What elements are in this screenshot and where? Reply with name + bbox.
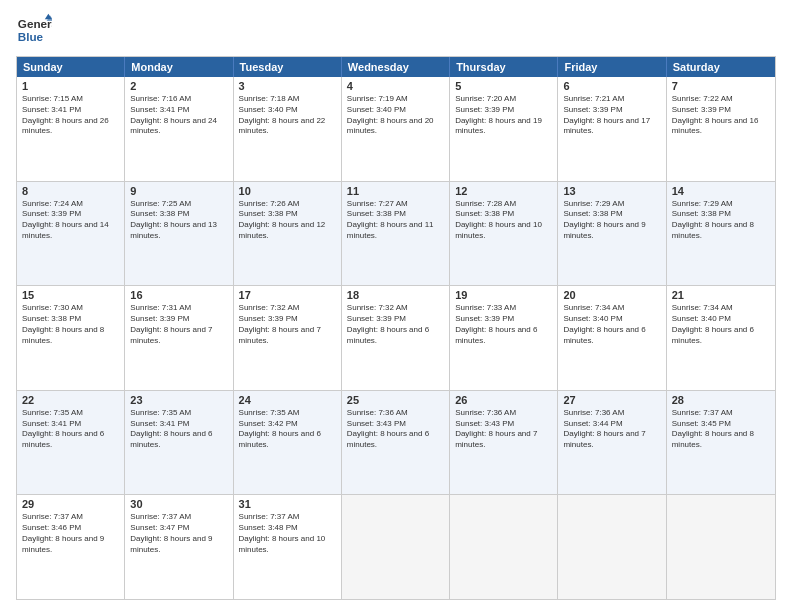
cell-info: Sunrise: 7:32 AM Sunset: 3:39 PM Dayligh… <box>239 303 336 346</box>
cell-info: Sunrise: 7:21 AM Sunset: 3:39 PM Dayligh… <box>563 94 660 137</box>
calendar-header-cell: Sunday <box>17 57 125 77</box>
calendar: SundayMondayTuesdayWednesdayThursdayFrid… <box>16 56 776 600</box>
calendar-header: SundayMondayTuesdayWednesdayThursdayFrid… <box>17 57 775 77</box>
calendar-cell: 11Sunrise: 7:27 AM Sunset: 3:38 PM Dayli… <box>342 182 450 286</box>
day-number: 7 <box>672 80 770 92</box>
calendar-cell: 4Sunrise: 7:19 AM Sunset: 3:40 PM Daylig… <box>342 77 450 181</box>
cell-info: Sunrise: 7:19 AM Sunset: 3:40 PM Dayligh… <box>347 94 444 137</box>
day-number: 28 <box>672 394 770 406</box>
cell-info: Sunrise: 7:37 AM Sunset: 3:45 PM Dayligh… <box>672 408 770 451</box>
calendar-cell: 12Sunrise: 7:28 AM Sunset: 3:38 PM Dayli… <box>450 182 558 286</box>
calendar-cell-empty <box>342 495 450 599</box>
cell-info: Sunrise: 7:34 AM Sunset: 3:40 PM Dayligh… <box>563 303 660 346</box>
day-number: 16 <box>130 289 227 301</box>
calendar-cell: 20Sunrise: 7:34 AM Sunset: 3:40 PM Dayli… <box>558 286 666 390</box>
cell-info: Sunrise: 7:36 AM Sunset: 3:43 PM Dayligh… <box>347 408 444 451</box>
calendar-cell-empty <box>667 495 775 599</box>
calendar-header-cell: Monday <box>125 57 233 77</box>
day-number: 13 <box>563 185 660 197</box>
day-number: 18 <box>347 289 444 301</box>
calendar-header-cell: Wednesday <box>342 57 450 77</box>
cell-info: Sunrise: 7:16 AM Sunset: 3:41 PM Dayligh… <box>130 94 227 137</box>
calendar-cell: 19Sunrise: 7:33 AM Sunset: 3:39 PM Dayli… <box>450 286 558 390</box>
calendar-cell: 15Sunrise: 7:30 AM Sunset: 3:38 PM Dayli… <box>17 286 125 390</box>
logo-icon: General Blue <box>16 12 52 48</box>
calendar-cell: 16Sunrise: 7:31 AM Sunset: 3:39 PM Dayli… <box>125 286 233 390</box>
cell-info: Sunrise: 7:25 AM Sunset: 3:38 PM Dayligh… <box>130 199 227 242</box>
day-number: 20 <box>563 289 660 301</box>
calendar-row: 15Sunrise: 7:30 AM Sunset: 3:38 PM Dayli… <box>17 285 775 390</box>
calendar-cell: 2Sunrise: 7:16 AM Sunset: 3:41 PM Daylig… <box>125 77 233 181</box>
day-number: 12 <box>455 185 552 197</box>
calendar-body: 1Sunrise: 7:15 AM Sunset: 3:41 PM Daylig… <box>17 77 775 599</box>
calendar-row: 1Sunrise: 7:15 AM Sunset: 3:41 PM Daylig… <box>17 77 775 181</box>
calendar-header-cell: Thursday <box>450 57 558 77</box>
calendar-cell: 22Sunrise: 7:35 AM Sunset: 3:41 PM Dayli… <box>17 391 125 495</box>
calendar-cell: 9Sunrise: 7:25 AM Sunset: 3:38 PM Daylig… <box>125 182 233 286</box>
calendar-cell: 27Sunrise: 7:36 AM Sunset: 3:44 PM Dayli… <box>558 391 666 495</box>
cell-info: Sunrise: 7:22 AM Sunset: 3:39 PM Dayligh… <box>672 94 770 137</box>
calendar-cell: 3Sunrise: 7:18 AM Sunset: 3:40 PM Daylig… <box>234 77 342 181</box>
calendar-header-cell: Friday <box>558 57 666 77</box>
cell-info: Sunrise: 7:37 AM Sunset: 3:46 PM Dayligh… <box>22 512 119 555</box>
calendar-row: 8Sunrise: 7:24 AM Sunset: 3:39 PM Daylig… <box>17 181 775 286</box>
calendar-cell: 5Sunrise: 7:20 AM Sunset: 3:39 PM Daylig… <box>450 77 558 181</box>
cell-info: Sunrise: 7:33 AM Sunset: 3:39 PM Dayligh… <box>455 303 552 346</box>
calendar-cell: 14Sunrise: 7:29 AM Sunset: 3:38 PM Dayli… <box>667 182 775 286</box>
day-number: 4 <box>347 80 444 92</box>
page: General Blue SundayMondayTuesdayWednesda… <box>0 0 792 612</box>
day-number: 8 <box>22 185 119 197</box>
day-number: 11 <box>347 185 444 197</box>
day-number: 21 <box>672 289 770 301</box>
day-number: 5 <box>455 80 552 92</box>
calendar-cell: 7Sunrise: 7:22 AM Sunset: 3:39 PM Daylig… <box>667 77 775 181</box>
day-number: 26 <box>455 394 552 406</box>
day-number: 25 <box>347 394 444 406</box>
day-number: 24 <box>239 394 336 406</box>
cell-info: Sunrise: 7:36 AM Sunset: 3:44 PM Dayligh… <box>563 408 660 451</box>
cell-info: Sunrise: 7:36 AM Sunset: 3:43 PM Dayligh… <box>455 408 552 451</box>
day-number: 15 <box>22 289 119 301</box>
calendar-cell: 8Sunrise: 7:24 AM Sunset: 3:39 PM Daylig… <box>17 182 125 286</box>
day-number: 23 <box>130 394 227 406</box>
cell-info: Sunrise: 7:32 AM Sunset: 3:39 PM Dayligh… <box>347 303 444 346</box>
svg-text:Blue: Blue <box>18 30 44 43</box>
day-number: 6 <box>563 80 660 92</box>
calendar-cell: 18Sunrise: 7:32 AM Sunset: 3:39 PM Dayli… <box>342 286 450 390</box>
day-number: 3 <box>239 80 336 92</box>
cell-info: Sunrise: 7:29 AM Sunset: 3:38 PM Dayligh… <box>672 199 770 242</box>
calendar-cell: 23Sunrise: 7:35 AM Sunset: 3:41 PM Dayli… <box>125 391 233 495</box>
cell-info: Sunrise: 7:18 AM Sunset: 3:40 PM Dayligh… <box>239 94 336 137</box>
header: General Blue <box>16 12 776 48</box>
calendar-cell: 26Sunrise: 7:36 AM Sunset: 3:43 PM Dayli… <box>450 391 558 495</box>
calendar-cell: 6Sunrise: 7:21 AM Sunset: 3:39 PM Daylig… <box>558 77 666 181</box>
calendar-cell: 10Sunrise: 7:26 AM Sunset: 3:38 PM Dayli… <box>234 182 342 286</box>
calendar-cell: 28Sunrise: 7:37 AM Sunset: 3:45 PM Dayli… <box>667 391 775 495</box>
day-number: 10 <box>239 185 336 197</box>
day-number: 27 <box>563 394 660 406</box>
day-number: 9 <box>130 185 227 197</box>
calendar-cell: 25Sunrise: 7:36 AM Sunset: 3:43 PM Dayli… <box>342 391 450 495</box>
cell-info: Sunrise: 7:31 AM Sunset: 3:39 PM Dayligh… <box>130 303 227 346</box>
calendar-cell: 13Sunrise: 7:29 AM Sunset: 3:38 PM Dayli… <box>558 182 666 286</box>
calendar-header-cell: Tuesday <box>234 57 342 77</box>
day-number: 14 <box>672 185 770 197</box>
day-number: 2 <box>130 80 227 92</box>
cell-info: Sunrise: 7:34 AM Sunset: 3:40 PM Dayligh… <box>672 303 770 346</box>
cell-info: Sunrise: 7:35 AM Sunset: 3:41 PM Dayligh… <box>130 408 227 451</box>
cell-info: Sunrise: 7:20 AM Sunset: 3:39 PM Dayligh… <box>455 94 552 137</box>
cell-info: Sunrise: 7:35 AM Sunset: 3:41 PM Dayligh… <box>22 408 119 451</box>
calendar-cell: 1Sunrise: 7:15 AM Sunset: 3:41 PM Daylig… <box>17 77 125 181</box>
cell-info: Sunrise: 7:30 AM Sunset: 3:38 PM Dayligh… <box>22 303 119 346</box>
calendar-cell: 21Sunrise: 7:34 AM Sunset: 3:40 PM Dayli… <box>667 286 775 390</box>
calendar-cell: 31Sunrise: 7:37 AM Sunset: 3:48 PM Dayli… <box>234 495 342 599</box>
calendar-cell: 30Sunrise: 7:37 AM Sunset: 3:47 PM Dayli… <box>125 495 233 599</box>
cell-info: Sunrise: 7:27 AM Sunset: 3:38 PM Dayligh… <box>347 199 444 242</box>
day-number: 31 <box>239 498 336 510</box>
day-number: 19 <box>455 289 552 301</box>
cell-info: Sunrise: 7:28 AM Sunset: 3:38 PM Dayligh… <box>455 199 552 242</box>
cell-info: Sunrise: 7:15 AM Sunset: 3:41 PM Dayligh… <box>22 94 119 137</box>
cell-info: Sunrise: 7:26 AM Sunset: 3:38 PM Dayligh… <box>239 199 336 242</box>
calendar-cell: 24Sunrise: 7:35 AM Sunset: 3:42 PM Dayli… <box>234 391 342 495</box>
calendar-cell: 17Sunrise: 7:32 AM Sunset: 3:39 PM Dayli… <box>234 286 342 390</box>
